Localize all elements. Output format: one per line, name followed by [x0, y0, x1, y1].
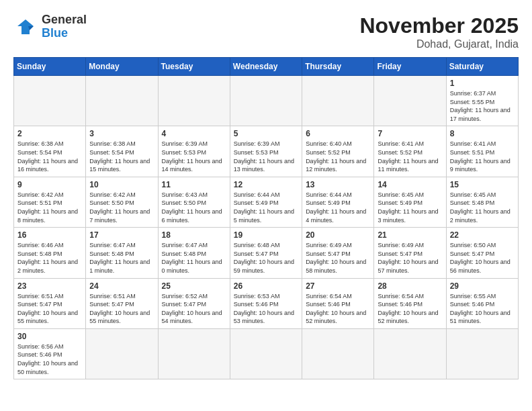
empty-cell [230, 76, 302, 126]
day-15: 15 Sunrise: 6:45 AMSunset: 5:48 PMDaylig… [446, 177, 518, 227]
day-29: 29 Sunrise: 6:55 AMSunset: 5:46 PMDaylig… [446, 278, 518, 328]
day-8: 8 Sunrise: 6:41 AMSunset: 5:51 PMDayligh… [446, 126, 518, 177]
empty-cell [158, 76, 230, 126]
day-23: 23 Sunrise: 6:51 AMSunset: 5:47 PMDaylig… [14, 278, 86, 328]
day-1: 1 Sunrise: 6:37 AMSunset: 5:55 PMDayligh… [446, 76, 518, 126]
day-5: 5 Sunrise: 6:39 AMSunset: 5:53 PMDayligh… [230, 126, 302, 177]
empty-cell [374, 328, 446, 379]
header-wednesday: Wednesday [230, 58, 302, 76]
day-9: 9 Sunrise: 6:42 AMSunset: 5:51 PMDayligh… [14, 177, 86, 227]
calendar: Sunday Monday Tuesday Wednesday Thursday… [13, 57, 519, 379]
page-header: General Blue November 2025 Dohad, Gujara… [13, 13, 519, 50]
empty-cell [302, 328, 374, 379]
day-14: 14 Sunrise: 6:45 AMSunset: 5:49 PMDaylig… [374, 177, 446, 227]
empty-cell [230, 328, 302, 379]
month-title: November 2025 [359, 13, 519, 38]
day-10: 10 Sunrise: 6:42 AMSunset: 5:50 PMDaylig… [86, 177, 158, 227]
empty-cell [86, 76, 158, 126]
day-26: 26 Sunrise: 6:53 AMSunset: 5:46 PMDaylig… [230, 278, 302, 328]
week-row-4: 16 Sunrise: 6:46 AMSunset: 5:48 PMDaylig… [14, 228, 519, 278]
header-friday: Friday [374, 58, 446, 76]
day-20: 20 Sunrise: 6:49 AMSunset: 5:47 PMDaylig… [302, 228, 374, 278]
day-18: 18 Sunrise: 6:47 AMSunset: 5:48 PMDaylig… [158, 228, 230, 278]
week-row-5: 23 Sunrise: 6:51 AMSunset: 5:47 PMDaylig… [14, 278, 519, 328]
day-30: 30 Sunrise: 6:56 AMSunset: 5:46 PMDaylig… [14, 328, 86, 379]
empty-cell [446, 328, 518, 379]
day-7: 7 Sunrise: 6:41 AMSunset: 5:52 PMDayligh… [374, 126, 446, 177]
logo-icon [13, 17, 38, 37]
header-thursday: Thursday [302, 58, 374, 76]
day-19: 19 Sunrise: 6:48 AMSunset: 5:47 PMDaylig… [230, 228, 302, 278]
empty-cell [158, 328, 230, 379]
day-2: 2 Sunrise: 6:38 AMSunset: 5:54 PMDayligh… [14, 126, 86, 177]
empty-cell [302, 76, 374, 126]
day-11: 11 Sunrise: 6:43 AMSunset: 5:50 PMDaylig… [158, 177, 230, 227]
logo: General Blue [13, 13, 87, 40]
empty-cell [14, 76, 86, 126]
day-28: 28 Sunrise: 6:54 AMSunset: 5:46 PMDaylig… [374, 278, 446, 328]
day-25: 25 Sunrise: 6:52 AMSunset: 5:47 PMDaylig… [158, 278, 230, 328]
logo-text: General Blue [42, 13, 87, 40]
day-17: 17 Sunrise: 6:47 AMSunset: 5:48 PMDaylig… [86, 228, 158, 278]
day-24: 24 Sunrise: 6:51 AMSunset: 5:47 PMDaylig… [86, 278, 158, 328]
day-6: 6 Sunrise: 6:40 AMSunset: 5:52 PMDayligh… [302, 126, 374, 177]
day-13: 13 Sunrise: 6:44 AMSunset: 5:49 PMDaylig… [302, 177, 374, 227]
week-row-3: 9 Sunrise: 6:42 AMSunset: 5:51 PMDayligh… [14, 177, 519, 227]
empty-cell [86, 328, 158, 379]
header-monday: Monday [86, 58, 158, 76]
day-12: 12 Sunrise: 6:44 AMSunset: 5:49 PMDaylig… [230, 177, 302, 227]
empty-cell [374, 76, 446, 126]
day-3: 3 Sunrise: 6:38 AMSunset: 5:54 PMDayligh… [86, 126, 158, 177]
location: Dohad, Gujarat, India [359, 38, 519, 50]
day-21: 21 Sunrise: 6:49 AMSunset: 5:47 PMDaylig… [374, 228, 446, 278]
day-27: 27 Sunrise: 6:54 AMSunset: 5:46 PMDaylig… [302, 278, 374, 328]
header-saturday: Saturday [446, 58, 518, 76]
day-4: 4 Sunrise: 6:39 AMSunset: 5:53 PMDayligh… [158, 126, 230, 177]
header-tuesday: Tuesday [158, 58, 230, 76]
week-row-6: 30 Sunrise: 6:56 AMSunset: 5:46 PMDaylig… [14, 328, 519, 379]
day-16: 16 Sunrise: 6:46 AMSunset: 5:48 PMDaylig… [14, 228, 86, 278]
header-sunday: Sunday [14, 58, 86, 76]
weekday-header-row: Sunday Monday Tuesday Wednesday Thursday… [14, 58, 519, 76]
week-row-2: 2 Sunrise: 6:38 AMSunset: 5:54 PMDayligh… [14, 126, 519, 177]
week-row-1: 1 Sunrise: 6:37 AMSunset: 5:55 PMDayligh… [14, 76, 519, 126]
title-block: November 2025 Dohad, Gujarat, India [359, 13, 519, 50]
day-22: 22 Sunrise: 6:50 AMSunset: 5:47 PMDaylig… [446, 228, 518, 278]
